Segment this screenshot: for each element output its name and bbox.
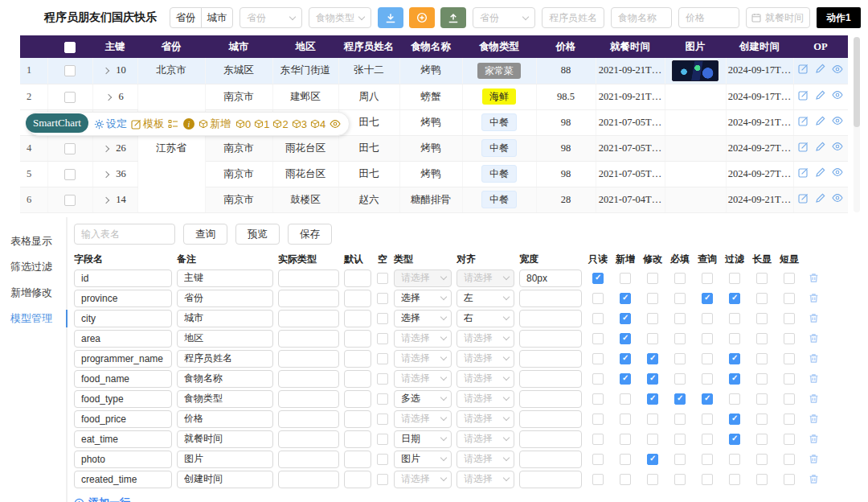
type-select[interactable]: 多选 — [394, 390, 452, 408]
create-checkbox[interactable] — [620, 393, 631, 405]
long-display-checkbox[interactable] — [756, 414, 768, 425]
chart-slot-button[interactable]: 1 — [254, 118, 269, 130]
filter-checkbox[interactable] — [729, 414, 740, 425]
query-checkbox[interactable] — [702, 474, 713, 485]
field-note-input[interactable] — [177, 390, 273, 408]
long-display-checkbox[interactable] — [756, 333, 768, 344]
nullable-checkbox[interactable] — [377, 373, 388, 385]
required-checkbox[interactable] — [674, 434, 686, 445]
short-display-checkbox[interactable] — [784, 313, 795, 324]
update-checkbox[interactable] — [647, 474, 658, 485]
scrollbar-thumb[interactable] — [854, 37, 860, 127]
long-display-checkbox[interactable] — [756, 434, 768, 445]
eye-icon[interactable] — [832, 64, 843, 77]
required-checkbox[interactable] — [674, 454, 686, 465]
update-checkbox[interactable] — [647, 313, 658, 324]
pencil-icon[interactable] — [815, 64, 825, 77]
long-display-checkbox[interactable] — [756, 474, 768, 485]
trash-icon[interactable] — [805, 474, 821, 484]
type-select[interactable]: 请选择 — [394, 410, 452, 428]
required-checkbox[interactable] — [674, 273, 686, 284]
field-note-input[interactable] — [177, 350, 273, 368]
trash-icon[interactable] — [805, 293, 821, 303]
add-new-button[interactable]: 新增 — [199, 117, 231, 131]
row-checkbox[interactable] — [64, 169, 76, 180]
filter-checkbox[interactable] — [729, 293, 740, 304]
default-input[interactable] — [344, 430, 371, 448]
query-checkbox[interactable] — [702, 313, 713, 324]
default-input[interactable] — [344, 330, 371, 348]
default-input[interactable] — [344, 390, 371, 408]
query-checkbox[interactable] — [702, 353, 713, 364]
filter-checkbox[interactable] — [729, 393, 740, 405]
edit-square-icon[interactable] — [798, 193, 809, 207]
short-display-checkbox[interactable] — [784, 393, 795, 405]
filter-checkbox[interactable] — [729, 313, 740, 324]
type-select[interactable]: 请选择 — [394, 471, 452, 488]
pencil-icon[interactable] — [815, 142, 825, 155]
city-toggle-button[interactable]: 城市 — [201, 7, 233, 28]
programmer-name-input[interactable] — [542, 7, 604, 28]
row-checkbox[interactable] — [64, 65, 76, 76]
field-note-input[interactable] — [177, 430, 273, 448]
expand-icon[interactable] — [103, 145, 109, 151]
width-input[interactable] — [519, 410, 582, 428]
field-name-input[interactable] — [74, 430, 172, 448]
width-input[interactable] — [519, 290, 582, 307]
short-display-checkbox[interactable] — [784, 353, 795, 364]
update-checkbox[interactable] — [647, 353, 658, 364]
chart-slot-button[interactable]: 0 — [235, 118, 251, 130]
query-checkbox[interactable] — [702, 454, 713, 465]
trash-icon[interactable] — [805, 353, 821, 364]
create-checkbox[interactable] — [620, 333, 631, 344]
field-note-input[interactable] — [177, 290, 273, 307]
filter-checkbox[interactable] — [729, 353, 740, 364]
update-checkbox[interactable] — [647, 434, 658, 445]
nullable-checkbox[interactable] — [377, 414, 388, 425]
eye-icon[interactable] — [832, 167, 843, 180]
query-checkbox[interactable] — [702, 293, 713, 304]
actual-type-input[interactable] — [278, 390, 339, 408]
field-name-input[interactable] — [74, 270, 172, 287]
long-display-checkbox[interactable] — [756, 393, 768, 405]
eye-icon[interactable] — [832, 116, 843, 129]
align-select[interactable]: 请选择 — [457, 410, 514, 428]
default-input[interactable] — [344, 410, 371, 428]
type-select[interactable]: 请选择 — [394, 330, 452, 348]
default-input[interactable] — [344, 471, 371, 488]
required-checkbox[interactable] — [674, 393, 686, 405]
actual-type-input[interactable] — [278, 310, 339, 327]
trash-icon[interactable] — [805, 333, 821, 344]
eat-time-date-input[interactable]: 就餐时间 — [746, 7, 810, 28]
readonly-checkbox[interactable] — [592, 313, 604, 324]
add-record-button[interactable] — [409, 7, 435, 28]
field-note-input[interactable] — [177, 410, 273, 428]
width-input[interactable] — [519, 310, 582, 327]
update-checkbox[interactable] — [647, 273, 658, 284]
align-select[interactable]: 左 — [457, 290, 514, 307]
table-name-input[interactable] — [74, 224, 175, 245]
edit-square-icon[interactable] — [798, 64, 809, 77]
eye-icon[interactable] — [832, 90, 843, 103]
actual-type-input[interactable] — [278, 270, 339, 287]
short-display-checkbox[interactable] — [784, 293, 795, 304]
align-select[interactable]: 请选择 — [457, 270, 514, 287]
width-input[interactable] — [519, 430, 582, 448]
required-checkbox[interactable] — [674, 293, 686, 304]
nullable-checkbox[interactable] — [377, 333, 388, 344]
filter-checkbox[interactable] — [729, 454, 740, 465]
actual-type-input[interactable] — [278, 451, 339, 468]
query-checkbox[interactable] — [702, 333, 713, 344]
long-display-checkbox[interactable] — [756, 313, 768, 324]
nullable-checkbox[interactable] — [377, 353, 388, 364]
width-input[interactable] — [519, 390, 582, 408]
readonly-checkbox[interactable] — [592, 333, 604, 344]
field-note-input[interactable] — [177, 330, 273, 348]
field-name-input[interactable] — [74, 350, 172, 368]
layout-list-icon[interactable] — [168, 119, 178, 129]
chart-slot-button[interactable]: 4 — [310, 118, 326, 130]
filter-checkbox[interactable] — [729, 373, 740, 385]
create-checkbox[interactable] — [620, 293, 631, 304]
long-display-checkbox[interactable] — [756, 273, 768, 284]
chart-slot-button[interactable]: 2 — [272, 118, 288, 130]
